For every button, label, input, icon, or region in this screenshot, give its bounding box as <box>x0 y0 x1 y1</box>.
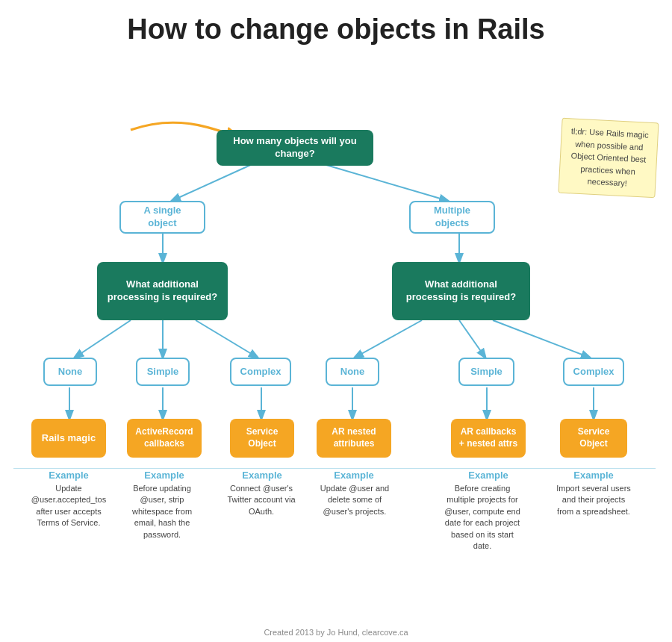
example-link-service-right[interactable]: Example <box>560 470 627 481</box>
example-text-rails: Update @user.accepted_tos after user acc… <box>13 483 124 529</box>
example-text-ar-callbacks: Before updating @user, strip whitespace … <box>113 483 211 540</box>
multiple-node: Multiple objects <box>409 201 495 234</box>
footer-line1: Created 2013 by Jo Hund, clearcove.ca <box>0 623 672 638</box>
service-obj-left-node: Service Object <box>230 419 294 458</box>
tldr-note: tl;dr: Use Rails magic when possible and… <box>558 118 659 198</box>
root-node: How many objects will you change? <box>217 130 373 166</box>
complex-right-node: Complex <box>563 358 624 386</box>
page-title: How to change objects in Rails <box>0 0 672 53</box>
ar-callbacks-nested-node: AR callbacks + nested attrs <box>451 419 526 458</box>
diagram-container: How many objects will you change? A sing… <box>0 53 672 620</box>
rails-magic-node: Rails magic <box>31 419 106 458</box>
example-text-service-left: Connect @user's Twitter account via OAut… <box>218 483 305 517</box>
example-text-service-right: Import several users and their projects … <box>545 483 642 517</box>
footer: Created 2013 by Jo Hund, clearcove.ca Th… <box>0 620 672 642</box>
footer-line2: This work is licensed under the Creative… <box>0 638 672 642</box>
example-link-rails[interactable]: Example <box>31 470 106 481</box>
example-text-ar-callbacks-nested: Before creating multiple projects for @u… <box>427 483 538 552</box>
none-left-node: None <box>43 358 97 386</box>
none-right-node: None <box>326 358 379 386</box>
simple-left-node: Simple <box>136 358 190 386</box>
example-link-service-left[interactable]: Example <box>230 470 294 481</box>
example-text-ar-nested: Update @user and delete some of @user's … <box>306 483 403 517</box>
processing-single-node: What additional processing is required? <box>97 262 228 320</box>
example-link-ar-callbacks[interactable]: Example <box>127 470 202 481</box>
ar-callbacks-node: ActiveRecord callbacks <box>127 419 202 458</box>
example-link-ar-callbacks-nested[interactable]: Example <box>451 470 526 481</box>
ar-nested-node: AR nested attributes <box>317 419 391 458</box>
simple-right-node: Simple <box>458 358 514 386</box>
example-link-ar-nested[interactable]: Example <box>317 470 391 481</box>
separator-line <box>13 468 656 469</box>
single-node: A single object <box>119 201 205 234</box>
complex-left-node: Complex <box>230 358 291 386</box>
processing-multiple-node: What additional processing is required? <box>392 262 530 320</box>
service-obj-right-node: Service Object <box>560 419 627 458</box>
